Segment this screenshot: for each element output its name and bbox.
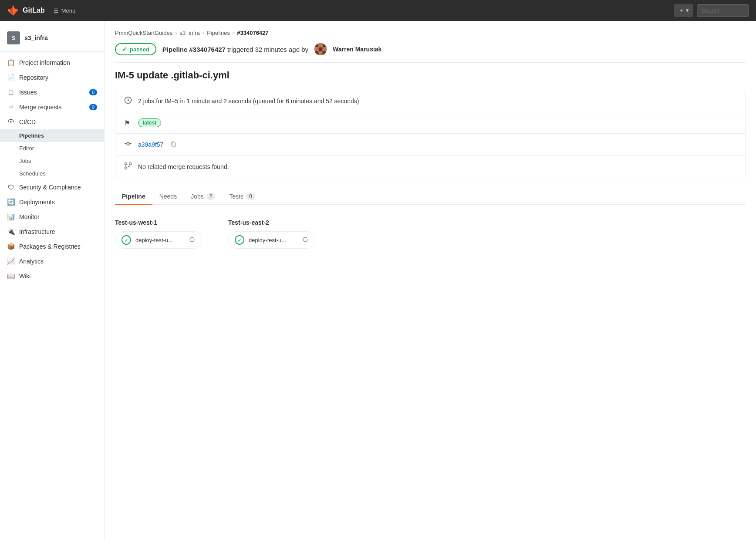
commit-title: IM-5 update .gitlab-ci.yml	[115, 70, 746, 81]
job-name-west-1: deploy-test-u...	[135, 237, 184, 243]
pipeline-status-badge: ✓ passed	[115, 43, 156, 55]
menu-label: Menu	[61, 7, 76, 14]
sidebar-item-repository[interactable]: 📄 Repository	[0, 70, 104, 85]
project-name-label: s3_infra	[24, 34, 48, 41]
packages-registries-icon: 📦	[7, 243, 15, 250]
latest-badge: latest	[138, 118, 161, 127]
issues-icon: ◻	[7, 88, 15, 96]
new-item-button[interactable]: ＋ ▾	[674, 4, 693, 17]
sidebar-item-label: Issues	[19, 89, 37, 96]
merge-requests-count-badge: 0	[89, 104, 97, 110]
analytics-icon: 📈	[7, 257, 15, 265]
sidebar-sub-item-schedules[interactable]: Schedules	[0, 167, 104, 180]
tab-needs-label: Needs	[159, 193, 177, 200]
flag-icon: ⚑	[124, 119, 133, 127]
sidebar-item-packages-registries[interactable]: 📦 Packages & Registries	[0, 239, 104, 254]
job-card-west-1[interactable]: ✓ deploy-test-u...	[115, 231, 202, 249]
sidebar-item-monitor[interactable]: 📊 Monitor	[0, 209, 104, 224]
breadcrumb-item-current: #334076427	[237, 30, 268, 36]
commit-icon	[124, 140, 133, 149]
sidebar-item-project-information[interactable]: 📋 Project information	[0, 55, 104, 70]
pipeline-id-bold: Pipeline #334076427	[162, 46, 226, 53]
sidebar-item-issues[interactable]: ◻ Issues 0	[0, 85, 104, 100]
tab-needs[interactable]: Needs	[152, 189, 184, 205]
sidebar-item-label: Analytics	[19, 258, 44, 265]
merge-requests-icon: ⑂	[7, 103, 15, 111]
sidebar-item-infrastructure[interactable]: 🔌 Infrastructure	[0, 224, 104, 239]
sidebar-item-label: Monitor	[19, 213, 40, 220]
pipeline-header: ✓ passed Pipeline #334076427 triggered 3…	[115, 43, 746, 63]
job-refresh-button-east-1[interactable]	[302, 236, 309, 244]
hamburger-icon: ☰	[54, 7, 59, 14]
sidebar-project-header[interactable]: S s3_infra	[0, 28, 104, 52]
svg-point-11	[129, 163, 132, 165]
tab-tests[interactable]: Tests 0	[222, 189, 262, 205]
commit-hash-link[interactable]: a39a9f57	[138, 141, 163, 148]
sidebar-item-cicd[interactable]: CI/CD	[0, 115, 104, 129]
jobs-summary-text: 2 jobs for IM–5 in 1 minute and 2 second…	[138, 98, 359, 105]
breadcrumb-item-org[interactable]: PmmQuickStartGuides	[115, 30, 172, 36]
main-content: PmmQuickStartGuides › s3_infra › Pipelin…	[105, 21, 756, 540]
gitlab-logo-icon	[7, 4, 19, 17]
pipeline-status-label: passed	[130, 46, 149, 53]
jobs-info-row: 2 jobs for IM–5 in 1 minute and 2 second…	[115, 90, 745, 112]
sidebar-item-analytics[interactable]: 📈 Analytics	[0, 254, 104, 269]
sidebar: S s3_infra 📋 Project information 📄 Repos…	[0, 21, 105, 540]
editor-label: Editor	[19, 145, 34, 152]
top-navigation: GitLab ☰ Menu ＋ ▾	[0, 0, 756, 21]
sidebar-sub-item-editor[interactable]: Editor	[0, 142, 104, 155]
svg-point-10	[125, 163, 127, 165]
tab-jobs[interactable]: Jobs 2	[184, 189, 222, 205]
sidebar-item-label: Merge requests	[19, 104, 61, 111]
global-search-input[interactable]	[697, 4, 749, 17]
tab-pipeline-label: Pipeline	[122, 193, 145, 200]
breadcrumb-item-pipelines[interactable]: Pipelines	[207, 30, 230, 36]
security-compliance-icon: 🛡	[7, 183, 15, 191]
stage-title-west: Test-us-west-1	[115, 219, 202, 226]
clock-icon	[124, 96, 133, 106]
job-name-east-1: deploy-test-u...	[249, 237, 297, 243]
copy-commit-hash-button[interactable]	[170, 141, 176, 148]
sidebar-item-wiki[interactable]: 📖 Wiki	[0, 269, 104, 284]
breadcrumb-separator-1: ›	[175, 30, 177, 36]
breadcrumb-separator-3: ›	[233, 30, 234, 36]
merge-request-icon	[124, 162, 133, 172]
job-refresh-button-west-1[interactable]	[189, 236, 196, 244]
sidebar-sub-item-pipelines[interactable]: Pipelines	[0, 129, 104, 142]
schedules-label: Schedules	[19, 170, 46, 177]
jobs-label: Jobs	[19, 158, 31, 164]
repository-icon: 📄	[7, 74, 15, 81]
no-mr-row: No related merge requests found.	[115, 156, 745, 178]
sidebar-item-label: Wiki	[19, 273, 30, 280]
stage-test-us-east-2: Test-us-east-2 ✓ deploy-test-u...	[228, 219, 315, 249]
menu-button[interactable]: ☰ Menu	[54, 7, 76, 14]
infrastructure-icon: 🔌	[7, 228, 15, 236]
sidebar-item-label: CI/CD	[19, 118, 36, 125]
pipeline-stages: Test-us-west-1 ✓ deploy-test-u... Test-u…	[115, 216, 746, 252]
tab-tests-label: Tests	[229, 193, 243, 200]
svg-point-6	[127, 142, 129, 145]
pipeline-info-box: 2 jobs for IM–5 in 1 minute and 2 second…	[115, 90, 746, 178]
wiki-icon: 📖	[7, 272, 15, 280]
sidebar-item-label: Project information	[19, 59, 70, 66]
logo-area[interactable]: GitLab	[7, 4, 45, 17]
monitor-icon: 📊	[7, 213, 15, 221]
tab-pipeline[interactable]: Pipeline	[115, 189, 152, 205]
pipelines-label: Pipelines	[19, 132, 44, 139]
sidebar-sub-item-jobs[interactable]: Jobs	[0, 155, 104, 167]
project-avatar: S	[7, 31, 20, 44]
breadcrumb-item-project[interactable]: s3_infra	[180, 30, 200, 36]
avatar-pixel-art	[314, 43, 327, 55]
job-status-icon-west-1: ✓	[122, 235, 131, 245]
issues-count-badge: 0	[89, 89, 97, 95]
svg-rect-9	[172, 143, 176, 146]
status-check-icon: ✓	[122, 46, 127, 53]
sidebar-item-label: Repository	[19, 74, 48, 81]
pipeline-tabs: Pipeline Needs Jobs 2 Tests 0	[115, 189, 746, 205]
job-card-east-1[interactable]: ✓ deploy-test-u...	[228, 231, 315, 249]
sidebar-item-label: Deployments	[19, 199, 55, 206]
sidebar-item-security-compliance[interactable]: 🛡 Security & Compliance	[0, 180, 104, 195]
sidebar-item-deployments[interactable]: 🔄 Deployments	[0, 195, 104, 209]
sidebar-item-merge-requests[interactable]: ⑂ Merge requests 0	[0, 100, 104, 115]
trigger-user-name: Warren Marusiak	[333, 46, 381, 53]
